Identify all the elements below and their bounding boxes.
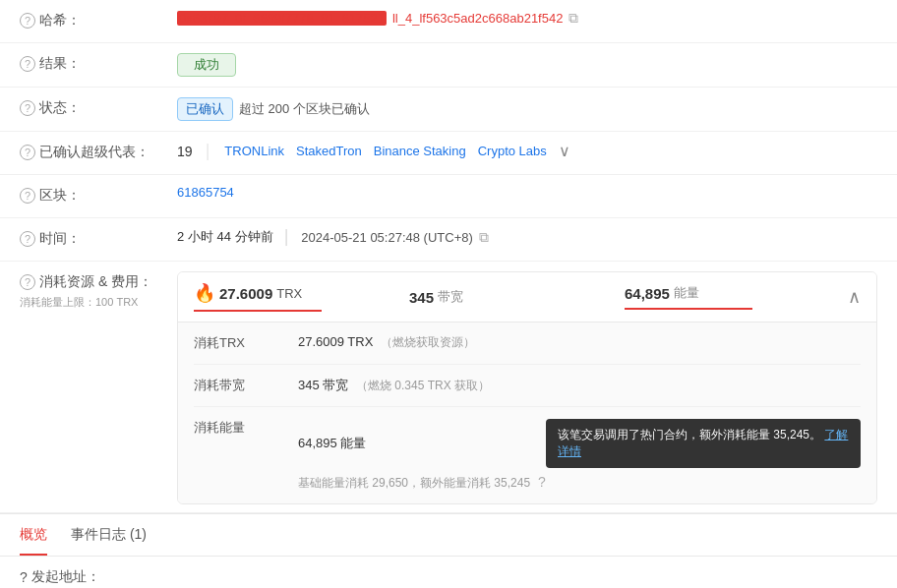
time-row: ? 时间： 2 小时 44 分钟前 │ 2024-05-21 05:27:48 … <box>0 218 897 262</box>
confirm-text: 超过 200 个区块已确认 <box>239 100 370 118</box>
trx-amount: 27.6009 <box>219 285 272 302</box>
super-reps-row: ? 已确认超级代表： 19 │ TRONLink StakedTron Bina… <box>0 132 897 175</box>
tab-event-log[interactable]: 事件日志 (1) <box>71 516 147 556</box>
trx-underline <box>194 310 322 312</box>
time-value: 2 小时 44 分钟前 │ 2024-05-21 05:27:48 (UTC+8… <box>177 228 877 246</box>
sr-item-cryptolabs[interactable]: Crypto Labs <box>478 144 547 158</box>
hash-redacted: 0x63797_0f_6689f7778_81_617521 <box>177 11 387 26</box>
bandwidth-detail-label: 消耗带宽 <box>194 377 282 394</box>
sr-more-icon[interactable]: ∨ <box>559 142 570 160</box>
energy-detail-label: 消耗能量 <box>194 419 282 437</box>
resource-panel-wrapper: 🔥 27.6009 TRX 345 带宽 <box>177 271 877 504</box>
from-help-icon[interactable]: ? <box>20 569 28 585</box>
resource-help-icon[interactable]: ? <box>20 274 35 290</box>
sr-item-binance[interactable]: Binance Staking <box>374 144 466 158</box>
hash-value: 0x63797_0f_6689f7778_81_617521 ll_4_lf56… <box>177 10 877 27</box>
from-address-label: ? 发起地址： <box>20 568 177 586</box>
trx-detail-value: 27.6009 TRX （燃烧获取资源） <box>298 334 861 351</box>
energy-amount: 64,895 <box>625 285 670 302</box>
sr-list: 19 │ TRONLink StakedTron Binance Staking… <box>177 142 570 160</box>
resource-row: ? 消耗资源 & 费用： 消耗能量上限：100 TRX 🔥 27.6009 TR… <box>0 262 897 513</box>
energy-base-help-icon[interactable]: ? <box>538 474 546 490</box>
energy-detail-value: 64,895 能量 <box>298 435 530 452</box>
time-absolute: 2024-05-21 05:27:48 (UTC+8) <box>301 230 473 245</box>
result-value: 成功 <box>177 53 877 77</box>
trx-detail-label: 消耗TRX <box>194 334 282 352</box>
sr-item-tronlink[interactable]: TRONLink <box>224 144 284 158</box>
resource-sub-label: 消耗能量上限：100 TRX <box>20 295 138 310</box>
resource-panel: 🔥 27.6009 TRX 345 带宽 <box>177 271 877 504</box>
hash-visible: ll_4_lf563c5ad2c668ab21f542 <box>392 11 564 26</box>
resource-label: ? 消耗资源 & 费用： 消耗能量上限：100 TRX <box>20 271 177 310</box>
hash-row: ? 哈希： 0x63797_0f_6689f7778_81_617521 ll_… <box>0 0 897 43</box>
trx-detail-row: 消耗TRX 27.6009 TRX （燃烧获取资源） <box>194 323 861 365</box>
block-value: 61865754 <box>177 185 877 200</box>
bandwidth-detail-value: 345 带宽 （燃烧 0.345 TRX 获取） <box>298 377 861 394</box>
energy-detail-row: 消耗能量 64,895 能量 该笔交易调用了热门合约，额外消耗能量 35,245… <box>194 407 861 503</box>
bandwidth-detail-row: 消耗带宽 345 带宽 （燃烧 0.345 TRX 获取） <box>194 365 861 407</box>
status-row: ? 状态： 已确认 超过 200 个区块已确认 <box>0 88 897 132</box>
result-badge: 成功 <box>177 53 236 77</box>
bandwidth-amount: 345 <box>409 289 434 306</box>
energy-tooltip: 该笔交易调用了热门合约，额外消耗能量 35,245。 了解详情 <box>546 419 861 468</box>
page-wrapper: ? 哈希： 0x63797_0f_6689f7778_81_617521 ll_… <box>0 0 897 588</box>
bandwidth-detail-note: （燃烧 0.345 TRX 获取） <box>356 379 490 392</box>
tab-overview[interactable]: 概览 <box>20 516 47 556</box>
super-reps-help-icon[interactable]: ? <box>20 145 35 160</box>
status-value: 已确认 超过 200 个区块已确认 <box>177 97 877 121</box>
sr-divider: │ <box>205 144 213 159</box>
confirmed-badge: 已确认 <box>177 97 233 121</box>
energy-base-note: 基础能量消耗 29,650，额外能量消耗 35,245 <box>298 476 530 490</box>
block-link[interactable]: 61865754 <box>177 185 234 200</box>
trx-detail-note: （燃烧获取资源） <box>381 335 475 349</box>
tooltip-text: 该笔交易调用了热门合约，额外消耗能量 35,245。 <box>558 428 821 441</box>
super-reps-value: 19 │ TRONLink StakedTron Binance Staking… <box>177 142 877 160</box>
fire-icon: 🔥 <box>194 282 215 304</box>
resource-detail: 消耗TRX 27.6009 TRX （燃烧获取资源） 消耗带宽 345 带宽 （… <box>178 323 876 503</box>
status-help-icon[interactable]: ? <box>20 100 35 116</box>
block-row: ? 区块： 61865754 <box>0 175 897 218</box>
resource-stat-trx: 🔥 27.6009 TRX <box>194 282 409 312</box>
time-label: ? 时间： <box>20 228 177 248</box>
tabs-bar: 概览 事件日志 (1) <box>0 513 897 557</box>
from-address-row: ? 发起地址： <box>0 557 897 588</box>
energy-underline <box>625 308 752 310</box>
block-label: ? 区块： <box>20 185 177 205</box>
result-help-icon[interactable]: ? <box>20 56 35 72</box>
trx-unit: TRX <box>276 286 302 301</box>
status-label: ? 状态： <box>20 97 177 117</box>
energy-unit: 能量 <box>674 284 699 302</box>
sr-item-stakedtron[interactable]: StakedTron <box>296 144 362 158</box>
resource-stat-energy: 64,895 能量 <box>625 284 840 310</box>
time-help-icon[interactable]: ? <box>20 231 35 247</box>
time-ago: 2 小时 44 分钟前 <box>177 228 273 246</box>
result-label: ? 结果： <box>20 53 177 73</box>
result-row: ? 结果： 成功 <box>0 43 897 88</box>
time-separator: │ <box>283 229 292 245</box>
time-copy-icon[interactable]: ⧉ <box>479 229 489 246</box>
hash-help-icon[interactable]: ? <box>20 13 35 29</box>
resource-collapse-button[interactable]: ∧ <box>848 286 861 308</box>
bandwidth-unit: 带宽 <box>438 288 463 306</box>
block-help-icon[interactable]: ? <box>20 188 35 204</box>
sr-count: 19 <box>177 144 193 159</box>
resource-header: 🔥 27.6009 TRX 345 带宽 <box>178 272 876 323</box>
hash-copy-icon[interactable]: ⧉ <box>568 10 578 27</box>
super-reps-label: ? 已确认超级代表： <box>20 142 177 161</box>
resource-stat-bandwidth: 345 带宽 <box>409 288 625 306</box>
hash-label: ? 哈希： <box>20 10 177 29</box>
